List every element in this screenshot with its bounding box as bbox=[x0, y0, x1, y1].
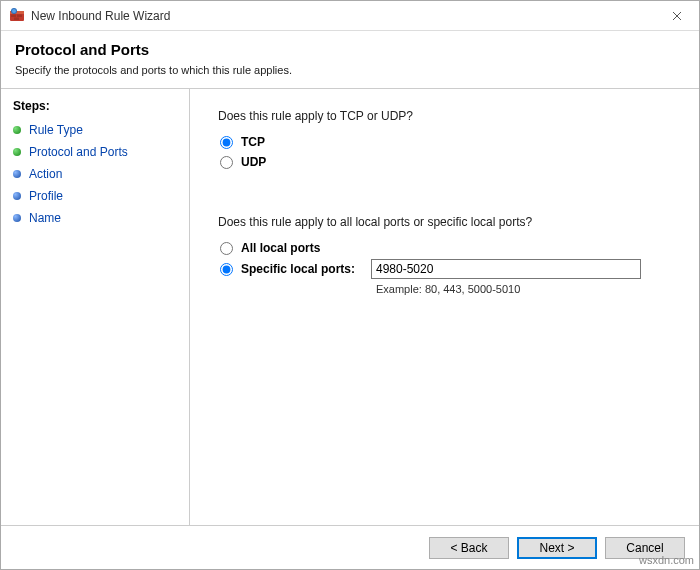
ports-example: Example: 80, 443, 5000-5010 bbox=[376, 283, 671, 295]
step-rule-type[interactable]: Rule Type bbox=[13, 119, 177, 141]
step-link[interactable]: Profile bbox=[29, 189, 63, 203]
svg-rect-3 bbox=[17, 14, 22, 17]
step-action[interactable]: Action bbox=[13, 163, 177, 185]
steps-label: Steps: bbox=[13, 99, 177, 113]
specific-ports-option[interactable]: Specific local ports: bbox=[220, 259, 671, 279]
tcp-option[interactable]: TCP bbox=[220, 135, 671, 149]
svg-rect-4 bbox=[14, 17, 19, 20]
all-ports-radio[interactable] bbox=[220, 242, 233, 255]
close-button[interactable] bbox=[654, 1, 699, 30]
main-panel: Does this rule apply to TCP or UDP? TCP … bbox=[190, 89, 699, 525]
back-button[interactable]: < Back bbox=[429, 537, 509, 559]
specific-ports-label[interactable]: Specific local ports: bbox=[241, 262, 371, 276]
protocol-question: Does this rule apply to TCP or UDP? bbox=[218, 109, 671, 123]
page-subtitle: Specify the protocols and ports to which… bbox=[15, 64, 685, 76]
titlebar: New Inbound Rule Wizard bbox=[1, 1, 699, 31]
all-ports-option[interactable]: All local ports bbox=[220, 241, 671, 255]
svg-point-6 bbox=[12, 9, 16, 13]
step-bullet-icon bbox=[13, 214, 21, 222]
udp-option[interactable]: UDP bbox=[220, 155, 671, 169]
close-icon bbox=[672, 8, 682, 24]
ports-question: Does this rule apply to all local ports … bbox=[218, 215, 671, 229]
header: Protocol and Ports Specify the protocols… bbox=[1, 31, 699, 88]
watermark: wsxdn.com bbox=[639, 554, 694, 566]
all-ports-label[interactable]: All local ports bbox=[241, 241, 371, 255]
step-bullet-icon bbox=[13, 170, 21, 178]
ports-input[interactable] bbox=[371, 259, 641, 279]
step-name[interactable]: Name bbox=[13, 207, 177, 229]
svg-rect-2 bbox=[11, 14, 16, 17]
step-bullet-icon bbox=[13, 126, 21, 134]
specific-ports-radio[interactable] bbox=[220, 263, 233, 276]
step-profile[interactable]: Profile bbox=[13, 185, 177, 207]
window-title: New Inbound Rule Wizard bbox=[31, 9, 654, 23]
udp-label[interactable]: UDP bbox=[241, 155, 266, 169]
step-bullet-icon bbox=[13, 148, 21, 156]
tcp-radio[interactable] bbox=[220, 136, 233, 149]
page-title: Protocol and Ports bbox=[15, 41, 685, 58]
next-button[interactable]: Next > bbox=[517, 537, 597, 559]
step-link[interactable]: Name bbox=[29, 211, 61, 225]
tcp-label[interactable]: TCP bbox=[241, 135, 265, 149]
footer: < Back Next > Cancel bbox=[1, 525, 699, 569]
firewall-icon bbox=[9, 8, 25, 24]
steps-sidebar: Steps: Rule Type Protocol and Ports Acti… bbox=[1, 89, 189, 525]
udp-radio[interactable] bbox=[220, 156, 233, 169]
step-link[interactable]: Action bbox=[29, 167, 62, 181]
step-link[interactable]: Protocol and Ports bbox=[29, 145, 128, 159]
step-protocol-and-ports[interactable]: Protocol and Ports bbox=[13, 141, 177, 163]
step-link[interactable]: Rule Type bbox=[29, 123, 83, 137]
body: Steps: Rule Type Protocol and Ports Acti… bbox=[1, 89, 699, 525]
wizard-window: New Inbound Rule Wizard Protocol and Por… bbox=[0, 0, 700, 570]
step-bullet-icon bbox=[13, 192, 21, 200]
